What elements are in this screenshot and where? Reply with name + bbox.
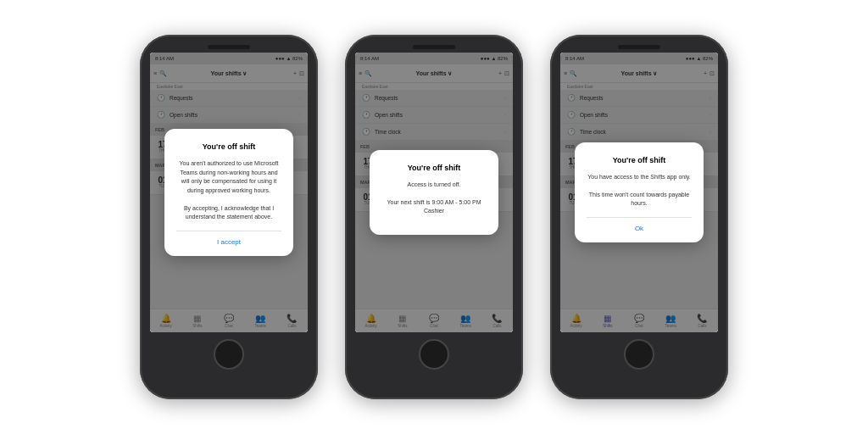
phone-2-home-button[interactable] [419, 339, 449, 370]
phone-1-screen: 8:14 AM ●●● ▲ 82% ≡ 🔍 Your shifts ∨ + ⊡ [150, 53, 308, 332]
phone-3-modal: You're off shift You have access to the … [575, 142, 704, 242]
phone-2-speaker [413, 45, 455, 49]
phone-3-modal-ok[interactable]: Ok [587, 225, 692, 232]
phone-3-modal-body-line2: This time won't count towards payable ho… [587, 191, 692, 209]
phone-3-modal-overlay: You're off shift You have access to the … [560, 53, 718, 332]
phone-2-modal-body-line2: Your next shift is 9:00 AM - 5:00 PM Cas… [381, 198, 487, 216]
phone-2-modal-overlay: You're off shift Access is turned off. Y… [355, 53, 513, 332]
phone-2-screen-bg: 8:14 AM ●●● ▲ 82% ≡ 🔍 Your shifts ∨ + ⊡ [355, 53, 513, 332]
phone-2-modal-body-line1: Access is turned off. [381, 181, 487, 190]
phone-1-modal-title: You're off shift [176, 142, 281, 153]
phone-2: 8:14 AM ●●● ▲ 82% ≡ 🔍 Your shifts ∨ + ⊡ [345, 35, 523, 399]
phone-1-modal-divider [176, 231, 281, 231]
phones-container: 8:14 AM ●●● ▲ 82% ≡ 🔍 Your shifts ∨ + ⊡ [123, 18, 745, 416]
phone-3-modal-title: You're off shift [587, 156, 692, 166]
phone-3-screen: 8:14 AM ●●● ▲ 82% ≡ 🔍 Your shifts ∨ + ⊡ [560, 53, 718, 332]
phone-1-speaker [208, 45, 250, 49]
phone-1: 8:14 AM ●●● ▲ 82% ≡ 🔍 Your shifts ∨ + ⊡ [140, 35, 318, 399]
phone-1-screen-bg: 8:14 AM ●●● ▲ 82% ≡ 🔍 Your shifts ∨ + ⊡ [150, 53, 308, 332]
phone-2-modal-title: You're off shift [381, 164, 487, 174]
phone-3-screen-bg: 8:14 AM ●●● ▲ 82% ≡ 🔍 Your shifts ∨ + ⊡ [560, 53, 718, 332]
phone-3-modal-body-line1: You have access to the Shifts app only. [587, 173, 692, 182]
phone-1-modal: You're off shift You aren't authorized t… [164, 129, 293, 255]
phone-1-home-button[interactable] [214, 339, 244, 370]
phone-3-modal-divider [587, 217, 692, 218]
phone-1-modal-accept[interactable]: I accept [176, 238, 281, 246]
phone-3-home-button[interactable] [624, 339, 654, 370]
phone-3: 8:14 AM ●●● ▲ 82% ≡ 🔍 Your shifts ∨ + ⊡ [550, 35, 728, 399]
phone-2-screen: 8:14 AM ●●● ▲ 82% ≡ 🔍 Your shifts ∨ + ⊡ [355, 53, 513, 332]
phone-1-modal-overlay: You're off shift You aren't authorized t… [150, 53, 308, 332]
phone-3-speaker [618, 45, 660, 49]
phone-2-modal: You're off shift Access is turned off. Y… [370, 150, 498, 234]
phone-1-modal-body: You aren't authorized to use Microsoft T… [176, 159, 281, 222]
